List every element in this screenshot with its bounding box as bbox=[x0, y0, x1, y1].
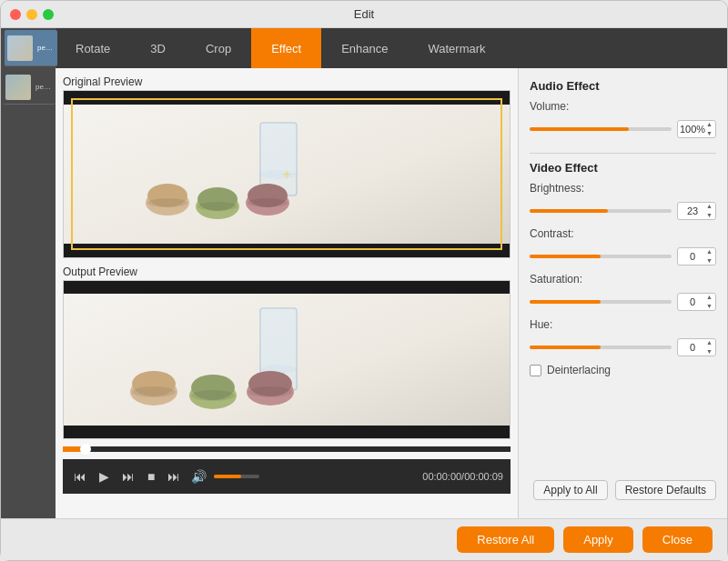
macaron-scene-output bbox=[64, 294, 510, 426]
contrast-control-row: 0 ▲ ▼ bbox=[530, 247, 716, 265]
brightness-label-row: Brightness: bbox=[530, 182, 716, 195]
time-display: 00:00:00/00:00:09 bbox=[422, 471, 503, 482]
tab-enhance[interactable]: Enhance bbox=[321, 28, 408, 68]
divider-1 bbox=[530, 153, 716, 154]
deinterlacing-checkbox[interactable] bbox=[530, 365, 541, 376]
deinterlacing-label: Deinterlacing bbox=[547, 364, 611, 376]
restore-defaults-btn[interactable]: Restore Defaults bbox=[615, 480, 716, 500]
hue-input[interactable]: 0 ▲ ▼ bbox=[677, 338, 716, 356]
original-preview-section: Original Preview bbox=[63, 75, 511, 258]
brightness-control-row: 23 ▲ ▼ bbox=[530, 202, 716, 220]
saturation-fill bbox=[530, 300, 601, 304]
brightness-down[interactable]: ▼ bbox=[705, 211, 713, 220]
play-btn[interactable]: ▶ bbox=[96, 467, 113, 486]
volume-mini-slider[interactable] bbox=[530, 127, 672, 131]
output-preview-box bbox=[63, 280, 511, 439]
skip-back-btn[interactable]: ⏮ bbox=[70, 467, 90, 486]
volume-down[interactable]: ▼ bbox=[705, 129, 713, 138]
saturation-spinbtns[interactable]: ▲ ▼ bbox=[705, 293, 713, 311]
end-btn[interactable]: ⏭ bbox=[164, 467, 184, 486]
volume-slider-fill bbox=[530, 127, 629, 131]
contrast-spinbtns[interactable]: ▲ ▼ bbox=[705, 247, 713, 265]
playback-thumb[interactable] bbox=[80, 444, 91, 455]
macarons-svg-output bbox=[117, 354, 318, 413]
window-title: Edit bbox=[354, 7, 374, 21]
svg-point-20 bbox=[191, 390, 235, 401]
saturation-up[interactable]: ▲ bbox=[705, 293, 713, 302]
hue-control-row: 0 ▲ ▼ bbox=[530, 338, 716, 356]
file-name-2: pexels-ko... bbox=[35, 83, 53, 91]
right-spacer bbox=[530, 384, 716, 476]
saturation-down[interactable]: ▼ bbox=[705, 302, 713, 311]
contrast-label: Contrast: bbox=[530, 227, 589, 240]
maximize-traffic-light[interactable] bbox=[43, 9, 54, 20]
sidebar-file-2[interactable]: pexels-ko... bbox=[3, 70, 56, 105]
output-video-content bbox=[64, 294, 510, 426]
controls-bar: ⏮ ▶ ⏭ ■ ⏭ 🔊 00:00:00/00:00:09 bbox=[63, 459, 511, 494]
saturation-label: Saturation: bbox=[530, 273, 589, 286]
saturation-slider[interactable] bbox=[530, 300, 672, 304]
minimize-traffic-light[interactable] bbox=[26, 9, 37, 20]
saturation-input[interactable]: 0 ▲ ▼ bbox=[677, 293, 716, 311]
close-traffic-light[interactable] bbox=[10, 9, 21, 20]
svg-point-5 bbox=[147, 198, 187, 207]
brightness-input[interactable]: 23 ▲ ▼ bbox=[677, 202, 716, 220]
saturation-value: 0 bbox=[680, 296, 705, 307]
volume-label: Volume: bbox=[530, 100, 589, 113]
hue-spinbtns[interactable]: ▲ ▼ bbox=[705, 338, 713, 356]
restore-all-btn[interactable]: Restore All bbox=[457, 526, 554, 553]
left-sidebar: pexels-ko... bbox=[1, 68, 56, 518]
hue-label: Hue: bbox=[530, 318, 589, 331]
saturation-control-row: 0 ▲ ▼ bbox=[530, 293, 716, 311]
brightness-up[interactable]: ▲ bbox=[705, 202, 713, 211]
hue-slider[interactable] bbox=[530, 346, 672, 349]
video-section: Original Preview bbox=[56, 68, 518, 518]
file-thumb-1 bbox=[7, 35, 33, 61]
playback-progress-container[interactable] bbox=[63, 446, 511, 452]
contrast-input[interactable]: 0 ▲ ▼ bbox=[677, 247, 716, 265]
volume-up[interactable]: ▲ bbox=[705, 120, 713, 129]
tab-rotate[interactable]: Rotate bbox=[56, 28, 130, 68]
brightness-slider[interactable] bbox=[530, 209, 672, 213]
contrast-down[interactable]: ▼ bbox=[705, 256, 713, 265]
main-content: pexels-ko... Original Preview bbox=[1, 68, 727, 518]
bottom-bar: Restore All Apply Close bbox=[1, 518, 727, 560]
svg-rect-1 bbox=[260, 123, 297, 173]
apply-to-all-btn[interactable]: Apply to All bbox=[533, 480, 607, 500]
tab-watermark[interactable]: Watermark bbox=[408, 28, 505, 68]
volume-row: Volume: bbox=[530, 100, 716, 113]
volume-slider[interactable] bbox=[214, 475, 259, 478]
volume-fill bbox=[214, 475, 241, 478]
skip-forward-btn[interactable]: ⏭ bbox=[118, 467, 138, 486]
stop-btn[interactable]: ■ bbox=[144, 467, 158, 486]
volume-control-row: 100% ▲ ▼ bbox=[530, 120, 716, 138]
tab-3d[interactable]: 3D bbox=[130, 28, 186, 68]
sidebar-file-1[interactable]: pexels-jill-... bbox=[5, 30, 57, 66]
brightness-fill bbox=[530, 209, 608, 213]
hue-down[interactable]: ▼ bbox=[705, 347, 713, 356]
apply-btn[interactable]: Apply bbox=[563, 526, 633, 553]
crosshair: + bbox=[282, 166, 290, 183]
output-preview-section: Output Preview bbox=[63, 265, 511, 439]
brightness-label: Brightness: bbox=[530, 182, 589, 195]
file-thumb-2 bbox=[5, 75, 31, 100]
right-bottom-btns: Apply to All Restore Defaults bbox=[530, 480, 716, 500]
output-video-image bbox=[64, 281, 510, 438]
volume-value: 100% bbox=[680, 124, 705, 135]
volume-input[interactable]: 100% ▲ ▼ bbox=[677, 120, 716, 138]
hue-value: 0 bbox=[680, 342, 705, 353]
brightness-spinbtns[interactable]: ▲ ▼ bbox=[705, 202, 713, 220]
volume-spinbtns[interactable]: ▲ ▼ bbox=[705, 120, 713, 138]
contrast-up[interactable]: ▲ bbox=[705, 247, 713, 256]
contrast-label-row: Contrast: bbox=[530, 227, 716, 240]
svg-point-17 bbox=[132, 386, 176, 397]
svg-point-23 bbox=[248, 386, 292, 397]
close-btn[interactable]: Close bbox=[642, 526, 713, 553]
file-name-1: pexels-jill-... bbox=[37, 44, 55, 52]
hue-label-row: Hue: bbox=[530, 318, 716, 331]
contrast-slider[interactable] bbox=[530, 255, 672, 258]
svg-point-8 bbox=[197, 202, 238, 211]
tab-effect[interactable]: Effect bbox=[251, 28, 321, 68]
tab-crop[interactable]: Crop bbox=[186, 28, 251, 68]
hue-up[interactable]: ▲ bbox=[705, 338, 713, 347]
